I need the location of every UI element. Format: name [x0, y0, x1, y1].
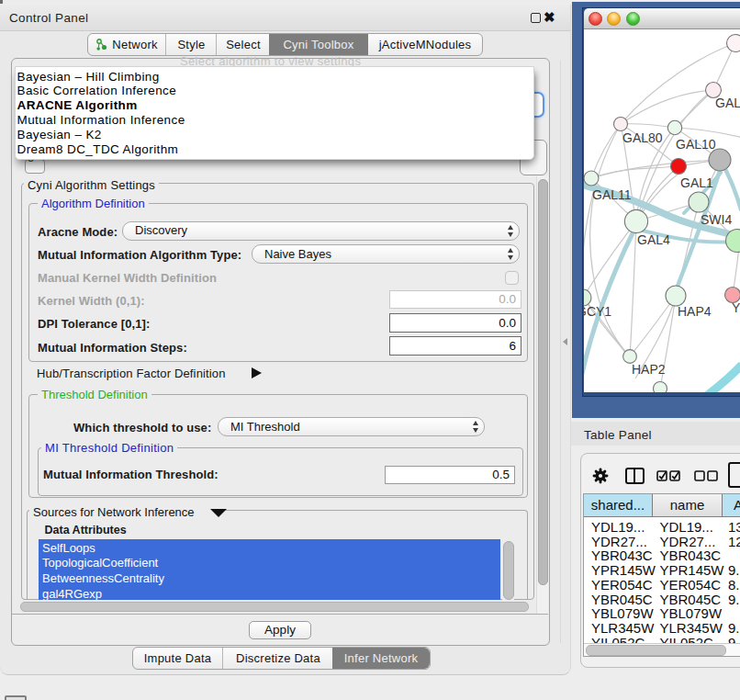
svg-text:SWI4: SWI4 [701, 212, 732, 227]
svg-text:GCY1: GCY1 [584, 304, 611, 319]
svg-text:GAL1: GAL1 [680, 175, 713, 190]
svg-text:HAP4: HAP4 [678, 304, 712, 319]
svg-text:HAP2: HAP2 [632, 362, 666, 377]
svg-text:GAL7: GAL7 [715, 96, 740, 110]
svg-text:GAL11: GAL11 [592, 187, 632, 202]
svg-text:GAL10: GAL10 [676, 137, 716, 152]
svg-text:GAL80: GAL80 [622, 130, 663, 145]
svg-text:Y: Y [732, 300, 740, 315]
svg-text:GAL4: GAL4 [637, 232, 670, 247]
